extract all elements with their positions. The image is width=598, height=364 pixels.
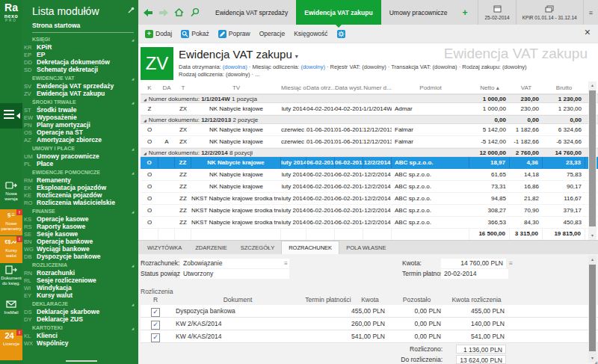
sidebar-item-strona-startowa[interactable]: Strona startowa: [22, 19, 138, 32]
filter-value[interactable]: (dowolny): [226, 71, 250, 78]
table-row[interactable]: OAZXNK Nabycie krajoweczerwiec 2...01-06…: [141, 136, 598, 148]
column-header-k[interactable]: K: [141, 81, 158, 93]
sidebar-item-rm[interactable]: RMRemanenty: [22, 176, 138, 184]
column-header-data wyst...[interactable]: Data wyst...: [335, 81, 363, 93]
sidebar-item-ep[interactable]: EPEP: [22, 51, 138, 58]
sidebar-item-kr[interactable]: KRKPiR: [22, 43, 138, 51]
back-icon[interactable]: [144, 8, 153, 17]
filter-value[interactable]: (dowolna): [223, 64, 247, 70]
sidebar-item-wi[interactable]: WIWindykacja: [22, 284, 138, 291]
sidebar-item-rn[interactable]: RNRozrachunki: [22, 269, 138, 277]
kwota-field[interactable]: 14 760,00 PLN: [441, 259, 506, 268]
expand-triangle-icon[interactable]: ◢: [144, 118, 147, 123]
sidebar-item-ek[interactable]: EKEksploatacja pojazdów: [22, 184, 138, 191]
sidebar-item-ds[interactable]: DSDeklaracje skarbowe: [22, 308, 138, 315]
toolbar-button-operacje[interactable]: Operacje: [256, 30, 289, 37]
checkbox[interactable]: ✓: [151, 333, 160, 342]
detail-tab-rozrachunek[interactable]: ROZRACHUNEK: [281, 241, 339, 254]
table-row[interactable]: OZZNK Nabycie krajoweluty 201406-02-2014…: [141, 181, 598, 193]
sidebar-item-db[interactable]: DBDyspozycje bankowe: [22, 253, 138, 260]
filter-value[interactable]: (dowolny): [300, 64, 325, 70]
sidebar-item-pn[interactable]: PNPlany amortyzacji: [22, 121, 138, 129]
resize-grip-icon[interactable]: ◢: [594, 360, 597, 364]
column-header-tv[interactable]: TV: [191, 81, 281, 93]
filter-value[interactable]: (dowolny): [502, 64, 527, 70]
detail-tab-zdarzenie[interactable]: ZDARZENIE: [188, 241, 234, 254]
pin-icon[interactable]: [128, 3, 135, 16]
sidebar-item-sd[interactable]: SDSchematy dekretacji: [22, 66, 138, 73]
sidebar-section-1[interactable]: EWIDENCJE VAT◢: [22, 73, 138, 82]
sidebar-item-os[interactable]: OSOperacje na ŚT: [22, 129, 138, 136]
column-header-t[interactable]: T: [175, 81, 191, 93]
expand-triangle-icon[interactable]: ◢: [144, 151, 147, 155]
table-row[interactable]: OZZNK Nabycie krajoweluty 201406-02-2014…: [141, 157, 598, 169]
rozliczenia-column-dokument[interactable]: Dokument: [170, 295, 305, 306]
table-group-row[interactable]: ◢Numer dokumentu: 12/2/2014 8 pozycji12 …: [141, 148, 598, 157]
column-header-miesiąc o...[interactable]: Miesiąc o...: [281, 81, 306, 93]
rozrachunek-select[interactable]: Zobowiązanie ≡: [180, 259, 289, 268]
sidebar-item-se[interactable]: SESesje kasowe: [22, 230, 138, 238]
modules-menu-button[interactable]: [0, 103, 22, 129]
tab-0[interactable]: Ewidencja VAT sprzedaży: [207, 0, 296, 25]
filter-value[interactable]: (dowolny): [362, 64, 386, 70]
rozliczenia-row[interactable]: ✓Dyspozycja bankowa455,00 PLN0,00 PLN455…: [141, 305, 598, 318]
sidebar-item-kl[interactable]: KLKlienci: [22, 332, 138, 339]
forward-icon[interactable]: [158, 8, 168, 17]
sidebar-section-4[interactable]: EWIDENCJE POMOCNICZE◢: [22, 167, 138, 176]
tab-1[interactable]: Ewidencja VAT zakupu: [296, 0, 380, 25]
sidebar-item-zv[interactable]: ZVEwidencja VAT zakupu: [22, 90, 138, 97]
sidebar-item-wx[interactable]: WXWspólnicy: [22, 339, 138, 347]
checkbox[interactable]: ✓: [151, 308, 160, 317]
toolbar-button-dodaj[interactable]: +Dodaj: [142, 30, 175, 38]
sidebar-item-dd[interactable]: DDDekretacja dokumentów: [22, 58, 138, 66]
sidebar-item-rs[interactable]: RSRaporty kasowe: [22, 223, 138, 230]
rozliczenia-column-termin-płatności[interactable]: Termin płatności: [305, 295, 351, 306]
table-row[interactable]: ZZXNK Nabycie krajoweluty 201404-02-2014…: [141, 103, 598, 115]
checkbox[interactable]: ✓: [151, 321, 160, 330]
close-icon[interactable]: ×: [585, 27, 591, 37]
table-row[interactable]: OZZNKST Nabycie krajowe środka trwałegol…: [141, 193, 598, 205]
sidebar-section-0[interactable]: KSIĘGI◢: [22, 34, 138, 43]
sidebar-item-rl[interactable]: RLSesje rozliczeniowe: [22, 277, 138, 284]
dropdown-icon[interactable]: ≡: [284, 259, 288, 268]
detail-tab-szczegóły[interactable]: SZCZEGÓŁY: [234, 241, 281, 254]
filter-value[interactable]: (dowolna): [433, 64, 457, 70]
tab-2[interactable]: Umowy pracownicze: [381, 0, 456, 25]
rozliczenia-column-kwota[interactable]: Kwota: [351, 295, 389, 306]
column-header-netto[interactable]: Netto ▴: [469, 81, 510, 93]
table-row[interactable]: OZZNKST Nabycie krajowe środka trwałegol…: [141, 205, 598, 217]
rail-item-nowa-wersja[interactable]: Nowa wersja: [0, 179, 22, 208]
home-icon[interactable]: [173, 7, 185, 17]
panel-scrollbar[interactable]: ▴ ▾: [588, 256, 597, 363]
period-widget[interactable]: KPiR 01.01.14 - 31.12.14: [516, 0, 583, 25]
page-title[interactable]: Ewidencja VAT zakupu▾: [179, 48, 298, 61]
sidebar-item-dy[interactable]: DYDeklaracje ZUS: [22, 315, 138, 323]
sidebar-item-ro[interactable]: RORozliczenia właścicielskie: [22, 199, 138, 206]
sidebar-section-6[interactable]: ROZLICZENIA◢: [22, 260, 138, 269]
column-header-data otrz...[interactable]: Data otrz...: [306, 81, 335, 93]
scroll-down-icon[interactable]: ▾: [588, 232, 597, 240]
table-group-row[interactable]: ◢Numer dokumentu: 1/1/2014W 1 pozycja1 0…: [141, 94, 598, 103]
toolbar-button-popraw[interactable]: Popraw: [215, 30, 253, 38]
table-scrollbar[interactable]: ▴ ▾: [588, 81, 597, 240]
table-row[interactable]: OZXNK Nabycie krajoweczerwiec 2...01-06-…: [141, 124, 598, 136]
filter-more[interactable]: ...: [255, 71, 259, 78]
detail-tab-wizytówka[interactable]: WIZYTÓWKA: [141, 241, 188, 254]
table-row[interactable]: OZZNKST Nabycie krajowe środka trwałegol…: [141, 217, 598, 229]
sidebar-item-ks[interactable]: KSOperacje kasowe: [22, 215, 138, 223]
sidebar-item-ey[interactable]: EYKursy walut: [22, 291, 138, 299]
termin-field[interactable]: 20-02-2014: [441, 269, 508, 279]
rozliczenia-row[interactable]: ✓KW 2/KAS/2014260,00 PLN0,00 PLN140,00 P…: [141, 318, 598, 330]
scroll-up-icon[interactable]: ▴: [588, 256, 597, 264]
detail-tab-pola-własne[interactable]: POLA WŁASNE: [339, 241, 392, 254]
rail-item-dokument-do-ksieg[interactable]: Dokument do księg.: [0, 264, 22, 295]
sidebar-section-2[interactable]: ŚRODKI TRWAŁE◢: [22, 97, 138, 106]
rozliczenia-column-pozostało[interactable]: Pozostało: [389, 295, 445, 306]
rozliczenia-row[interactable]: ✓KW 4/KAS/2014541,00 PLN0,00 PLN541,00 P…: [141, 330, 598, 343]
table-row[interactable]: OZZNK Nabycie krajoweluty 201406-02-2014…: [141, 169, 598, 181]
column-header-numer d...[interactable]: Numer d...: [363, 81, 392, 93]
new-tab-button[interactable]: +: [456, 0, 475, 25]
rozliczenia-column-r[interactable]: R: [141, 295, 170, 306]
sidebar-scroll-indicator[interactable]: [66, 360, 97, 362]
column-header-podmiot[interactable]: Podmiot: [392, 81, 469, 93]
